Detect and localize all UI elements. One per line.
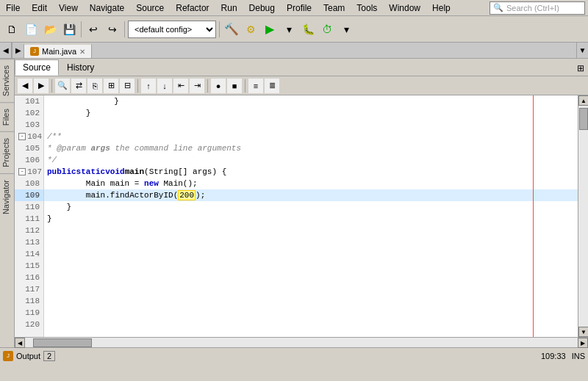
etb-btn5[interactable]: ⊟ [120,79,135,93]
menu-window[interactable]: Window [383,1,426,15]
tab-nav-right-btn[interactable]: ▶ [12,43,24,58]
code-line-120 [44,319,578,330]
code-line-105: * @param args the command line arguments [44,142,578,154]
etb-toggle-bp-btn[interactable]: ● [211,79,226,93]
code-line-112 [44,225,578,236]
redo-btn[interactable]: ↪ [104,21,121,38]
etb-shift-left-btn[interactable]: ⇤ [173,79,188,93]
menu-navigate[interactable]: Navigate [84,1,130,15]
fold-107-icon[interactable]: - [18,168,26,175]
line-110: 110 [15,201,43,213]
code-line-118 [44,295,578,307]
code-line-119 [44,307,578,319]
new-project-btn[interactable]: 🗋 [3,21,21,38]
code-line-109: main.findActorByID(200); [44,189,578,201]
line-119: 119 [15,307,43,319]
profile-btn[interactable]: ⏱ [318,21,336,38]
menu-source[interactable]: Source [130,1,170,15]
menu-profile[interactable]: Profile [281,1,318,15]
etb-comment-btn[interactable]: ↓ [157,79,172,93]
etb-sep2 [137,79,138,92]
scroll-thumb[interactable] [579,108,588,130]
save-btn[interactable]: 💾 [60,21,78,38]
etb-stop-btn[interactable]: ■ [227,79,242,93]
tab-close-btn[interactable]: ✕ [79,48,85,56]
cursor-position: 109:33 [541,352,566,360]
search-bar[interactable]: 🔍 Search (Ctrl+I) [490,1,585,15]
etb-shift-right-btn[interactable]: ⇥ [190,79,204,93]
code-line-102: } [44,107,578,119]
navigator-panel-btn[interactable]: Navigator [0,173,14,220]
code-line-115 [44,260,578,272]
etb-btn4[interactable]: ⊞ [104,79,118,93]
etb-forward-btn[interactable]: ▶ [34,79,49,93]
line-112: 112 [15,225,43,236]
tab-list-dropdown-btn[interactable]: ▼ [576,43,588,58]
tab-nav-left-btn[interactable]: ◀ [0,43,12,58]
etb-back-btn[interactable]: ◀ [18,79,32,93]
menu-refactor[interactable]: Refactor [170,1,215,15]
toolbar: 🗋 📄 📂 💾 ↩ ↪ <default config> 🔨 ⚙ ▶ ▾ 🐛 ⏱… [0,16,588,43]
etb-next-bookmark-btn[interactable]: ≣ [265,79,279,93]
run-btn[interactable]: ▶ [261,21,279,38]
code-line-108: Main main = new Main(); [44,178,578,189]
debug-btn[interactable]: 🐛 [299,21,317,38]
scroll-up-btn[interactable]: ▲ [578,95,588,106]
projects-panel-btn[interactable]: Projects [0,131,14,173]
line-115: 115 [15,260,43,272]
status-right: 109:33 INS [541,352,585,360]
scroll-down-btn[interactable]: ▼ [578,327,588,337]
undo-btn[interactable]: ↩ [85,21,102,38]
output-icon: J [3,351,13,361]
line-111: 111 [15,213,43,225]
sep3 [219,21,220,37]
code-editor[interactable]: } } /** * @param args the command line a… [44,95,578,337]
scroll-track[interactable] [578,106,588,327]
files-panel-btn[interactable]: Files [0,102,14,131]
code-line-103 [44,119,578,131]
new-file-btn[interactable]: 📄 [22,21,40,38]
sep2 [124,21,125,37]
clean-build-btn[interactable]: ⚙ [242,21,259,38]
line-105: 105 [15,142,43,154]
menu-edit[interactable]: Edit [26,1,53,15]
menu-team[interactable]: Team [318,1,351,15]
scroll-right-btn[interactable]: ▶ [578,338,588,348]
tab-source[interactable]: Source [15,59,59,76]
menu-help[interactable]: Help [426,1,456,15]
etb-search-btn[interactable]: 🔍 [55,79,70,93]
run-dropdown-btn[interactable]: ▾ [280,21,298,38]
etb-sep4 [245,79,245,92]
code-line-117 [44,283,578,295]
editor-container: Source History ⊞ ◀ ▶ 🔍 ⇄ ⎘ ⊞ ⊟ ↑ ↓ ⇤ ⇥ ●… [15,59,588,347]
menu-view[interactable]: View [53,1,84,15]
tab-history[interactable]: History [59,59,102,76]
menu-run[interactable]: Run [215,1,243,15]
build-btn[interactable]: 🔨 [223,21,240,38]
fold-104-icon[interactable]: - [18,133,26,140]
menu-debug[interactable]: Debug [243,1,281,15]
services-panel-btn[interactable]: Services [0,59,14,102]
h-scroll-track[interactable] [25,338,578,347]
etb-copy-btn[interactable]: ⎘ [87,79,102,93]
etb-bookmark-btn[interactable]: ≡ [248,79,263,93]
line-106: 106 [15,154,43,166]
menu-tools[interactable]: Tools [351,1,383,15]
editor-expand-btn[interactable]: ⊞ [573,61,588,76]
line-120: 120 [15,319,43,330]
line-numbers: 101 102 103 -104 105 106 -107 108 109 11… [15,95,44,337]
etb-uncomment-btn[interactable]: ↑ [141,79,156,93]
profile-dropdown-btn[interactable]: ▾ [337,21,355,38]
code-line-106: */ [44,154,578,166]
scroll-left-btn[interactable]: ◀ [15,338,25,348]
line-108: 108 [15,178,43,189]
open-project-btn[interactable]: 📂 [41,21,59,38]
h-scroll-thumb[interactable] [33,338,92,347]
side-panel-labels: Services Files Projects Navigator [0,59,15,347]
menu-file[interactable]: File [0,1,26,15]
config-dropdown[interactable]: <default config> [128,21,216,38]
line-114: 114 [15,248,43,260]
tab-main-java[interactable]: J Main.java ✕ [24,43,92,58]
menu-bar: File Edit View Navigate Source Refactor … [0,0,588,16]
etb-toggle-btn[interactable]: ⇄ [71,79,86,93]
